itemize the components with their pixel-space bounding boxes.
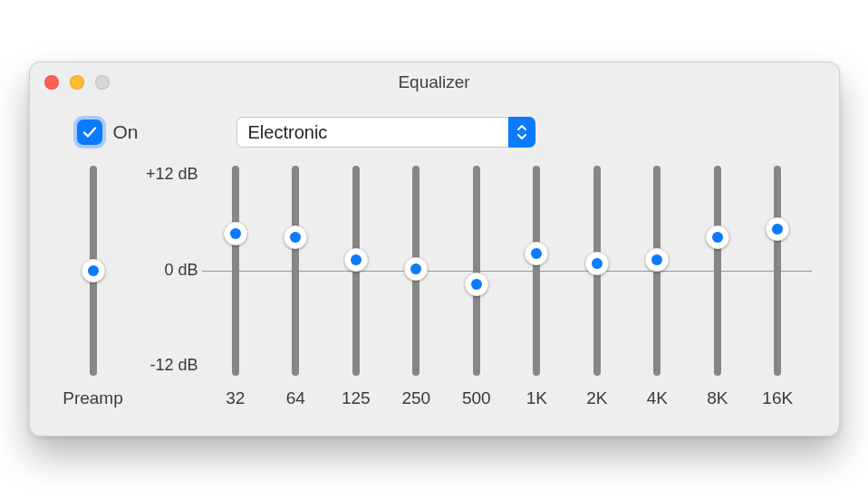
band-slider-125[interactable] bbox=[352, 166, 360, 376]
band-column-2K: 2K bbox=[569, 166, 625, 408]
band-label: 2K bbox=[586, 388, 607, 408]
band-column-16K: 16K bbox=[749, 166, 805, 408]
slider-thumb[interactable] bbox=[344, 248, 368, 272]
band-column-500: 500 bbox=[448, 166, 505, 408]
band-slider-8K[interactable] bbox=[714, 166, 721, 376]
band-label: 64 bbox=[286, 388, 305, 408]
db-scale-labels: +12 dB 0 dB -12 dB bbox=[130, 166, 202, 376]
band-label: 4K bbox=[647, 388, 668, 408]
band-slider-500[interactable] bbox=[473, 166, 480, 376]
band-label: 32 bbox=[226, 388, 245, 408]
band-column-250: 250 bbox=[388, 166, 444, 408]
slider-thumb[interactable] bbox=[284, 225, 307, 249]
band-label: 8K bbox=[707, 388, 728, 408]
band-label: 1K bbox=[526, 388, 547, 408]
band-slider-32[interactable] bbox=[232, 166, 239, 376]
band-column-125: 125 bbox=[328, 166, 384, 408]
titlebar: Equalizer bbox=[30, 62, 839, 102]
band-column-4K: 4K bbox=[629, 166, 685, 408]
band-label: 500 bbox=[462, 388, 491, 408]
chevron-up-down-icon[interactable] bbox=[508, 117, 535, 148]
band-column-64: 64 bbox=[267, 166, 323, 408]
checkmark-icon bbox=[82, 124, 98, 140]
on-label: On bbox=[113, 121, 139, 143]
band-label: 250 bbox=[401, 388, 430, 408]
band-slider-16K[interactable] bbox=[774, 166, 781, 376]
slider-thumb[interactable] bbox=[706, 225, 729, 249]
on-checkbox[interactable] bbox=[77, 120, 102, 145]
band-slider-1K[interactable] bbox=[533, 166, 540, 376]
slider-thumb[interactable] bbox=[404, 257, 428, 281]
band-slider-4K[interactable] bbox=[653, 166, 661, 376]
preset-value: Electronic bbox=[236, 117, 508, 148]
slider-thumb[interactable] bbox=[82, 259, 105, 283]
equalizer-body: Preamp +12 dB 0 dB -12 dB 32641252505001… bbox=[30, 155, 839, 436]
db-min-label: -12 dB bbox=[149, 356, 198, 375]
band-column-8K: 8K bbox=[690, 166, 746, 408]
db-mid-label: 0 dB bbox=[164, 261, 198, 280]
band-label: 125 bbox=[342, 388, 371, 408]
equalizer-window: Equalizer On Electronic bbox=[29, 62, 840, 436]
controls-row: On Electronic bbox=[30, 102, 839, 155]
band-column-32: 32 bbox=[207, 166, 264, 408]
slider-thumb[interactable] bbox=[465, 273, 488, 296]
band-label: 16K bbox=[762, 388, 793, 408]
close-icon[interactable] bbox=[44, 75, 59, 90]
slider-thumb[interactable] bbox=[585, 252, 609, 275]
slider-thumb[interactable] bbox=[766, 217, 789, 241]
window-title: Equalizer bbox=[398, 72, 469, 92]
preset-select[interactable]: Electronic bbox=[236, 117, 535, 148]
db-max-label: +12 dB bbox=[146, 165, 198, 184]
slider-thumb[interactable] bbox=[525, 242, 548, 265]
band-slider-250[interactable] bbox=[412, 166, 420, 376]
preamp-column: Preamp bbox=[57, 166, 130, 408]
band-slider-64[interactable] bbox=[292, 166, 299, 376]
bands-area: 32641252505001K2K4K8K16K bbox=[202, 166, 812, 408]
band-column-1K: 1K bbox=[508, 166, 564, 408]
traffic-lights bbox=[44, 75, 110, 90]
minimize-icon[interactable] bbox=[70, 75, 84, 90]
slider-thumb[interactable] bbox=[224, 222, 247, 245]
band-slider-2K[interactable] bbox=[593, 166, 601, 376]
slider-thumb[interactable] bbox=[645, 248, 669, 272]
preamp-slider[interactable] bbox=[90, 166, 97, 376]
preamp-label: Preamp bbox=[63, 388, 123, 408]
maximize-icon[interactable] bbox=[95, 75, 110, 90]
